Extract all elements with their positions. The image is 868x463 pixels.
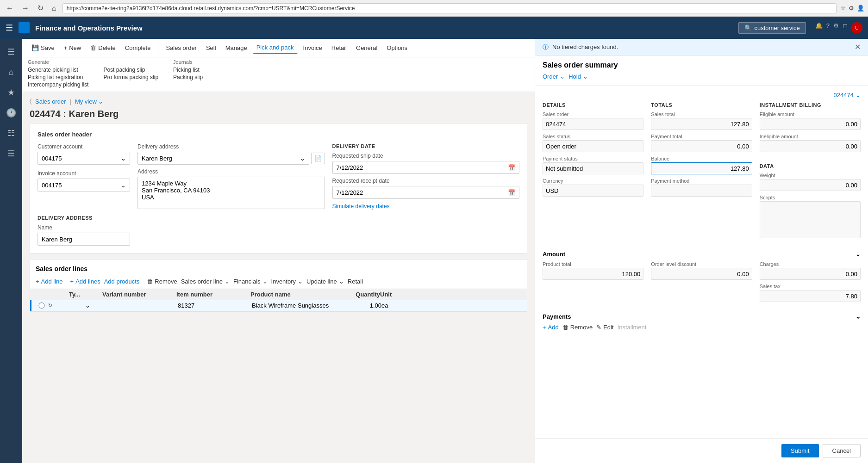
invoice-tab[interactable]: Invoice	[300, 43, 326, 53]
sell-tab[interactable]: Sell	[202, 43, 220, 53]
my-view-dropdown[interactable]: My view ⌄	[75, 98, 104, 105]
generate-group-label: Generate	[28, 59, 88, 65]
amount-header[interactable]: Amount ⌄	[543, 251, 861, 258]
payment-total-label: Payment total	[651, 134, 752, 139]
col-variant	[84, 291, 102, 298]
add-lines-button[interactable]: + Add lines	[70, 278, 100, 285]
receipt-date-calendar-icon: 📅	[508, 189, 515, 196]
pick-and-pack-tab[interactable]: Pick and pack	[253, 42, 298, 54]
edit-payment-button[interactable]: ✎ Edit	[596, 324, 613, 331]
filter-icon[interactable]: 〈	[30, 98, 31, 105]
sales-order-filter-link[interactable]: Sales order	[35, 98, 66, 105]
order-num-collapse-icon[interactable]: ⌄	[856, 92, 861, 99]
app-logo	[19, 22, 30, 33]
hamburger-icon[interactable]: ☰	[6, 23, 13, 33]
refresh-button[interactable]: ↻	[35, 3, 46, 13]
home-button[interactable]: ⌂	[50, 3, 59, 13]
add-products-button[interactable]: Add products	[104, 278, 140, 285]
row-select-radio[interactable]	[35, 302, 48, 309]
my-view-chevron-icon: ⌄	[98, 98, 103, 105]
invoice-account-select[interactable]: 004175 ⌄	[37, 179, 130, 191]
add-line-icon: +	[36, 278, 39, 285]
search-box[interactable]: 🔍 customer service	[738, 22, 806, 34]
remove-payment-button[interactable]: 🗑 Remove	[562, 324, 593, 331]
generate-group: Generate Generate picking list Picking l…	[28, 59, 88, 88]
manage-tab[interactable]: Manage	[222, 43, 251, 53]
delivery-address-select[interactable]: Karen Berg ⌄	[137, 152, 309, 165]
info-icon: ⓘ	[543, 43, 549, 51]
ineligible-amount-value	[760, 140, 861, 152]
payments-title: Payments	[543, 313, 571, 320]
sales-order-value[interactable]	[543, 118, 643, 130]
general-tab[interactable]: General	[352, 43, 381, 53]
options-tab[interactable]: Options	[383, 43, 411, 53]
fullscreen-icon[interactable]: ◻	[843, 22, 848, 33]
panel-close-button[interactable]: ✕	[855, 43, 861, 51]
add-line-button[interactable]: + Add line	[36, 278, 63, 285]
ship-date-calendar-icon: 📅	[508, 164, 515, 171]
sidebar-home-icon[interactable]: ⌂	[2, 63, 20, 81]
edit-payment-icon: ✎	[596, 324, 601, 331]
filter-separator: |	[69, 98, 71, 105]
submit-button[interactable]: Submit	[781, 444, 818, 457]
back-button[interactable]: ←	[4, 3, 16, 13]
profile-icon[interactable]: U	[851, 22, 862, 33]
financials-button[interactable]: Financials ⌄	[233, 278, 268, 285]
currency-value[interactable]	[543, 185, 643, 197]
charges-field: Charges	[760, 261, 861, 280]
post-packing-slip-link[interactable]: Post packing slip	[103, 67, 158, 73]
delivery-name-input[interactable]	[37, 233, 130, 246]
picking-list-registration-link[interactable]: Picking list registration	[28, 74, 88, 80]
picking-list-journal-link[interactable]: Picking list	[173, 67, 203, 73]
inventory-button[interactable]: Inventory ⌄	[271, 278, 303, 285]
payments-header[interactable]: Payments ⌄	[543, 313, 861, 320]
sidebar-recent-icon[interactable]: 🕐	[2, 104, 20, 122]
order-dropdown-button[interactable]: Order ⌄	[543, 73, 565, 80]
requested-ship-date[interactable]: 7/12/2022 📅	[332, 161, 520, 174]
row-expand-icon[interactable]: ⌄	[85, 302, 104, 309]
scripts-textarea[interactable]	[760, 201, 861, 238]
cancel-button[interactable]: Cancel	[823, 444, 861, 457]
pro-forma-packing-slip-link[interactable]: Pro forma packing slip	[103, 74, 158, 80]
lines-retail-button[interactable]: Retail	[348, 278, 363, 285]
packing-group: Post packing slip Pro forma packing slip	[103, 59, 158, 88]
notification-icon[interactable]: 🔔	[815, 22, 823, 33]
save-button[interactable]: 💾 Save	[28, 43, 58, 53]
settings-icon[interactable]: ⚙	[833, 22, 839, 33]
sidebar-workspaces-icon[interactable]: ☷	[2, 124, 20, 142]
requested-receipt-label: Requested receipt date	[332, 178, 520, 184]
delivery-address-edit-button[interactable]: 📄	[311, 153, 325, 164]
simulate-delivery-link[interactable]: Simulate delivery dates	[332, 203, 390, 210]
notification-text: No tiered charges found.	[552, 43, 618, 50]
update-line-button[interactable]: Update line ⌄	[306, 278, 344, 285]
data-title: DATA	[760, 163, 861, 169]
sales-order-line-button[interactable]: Sales order line ⌄	[181, 278, 230, 285]
sales-order-tab[interactable]: Sales order	[162, 43, 200, 53]
amount-collapse-icon: ⌄	[856, 251, 861, 258]
right-col-amount: Charges Sales tax	[760, 261, 861, 306]
packing-group-items: Post packing slip Pro forma packing slip	[103, 67, 158, 80]
settings-icon: ⚙	[849, 5, 854, 12]
sidebar-list-icon[interactable]: ☰	[2, 144, 20, 163]
packing-slip-journal-link[interactable]: Packing slip	[173, 74, 203, 80]
remove-line-button[interactable]: 🗑 Remove	[147, 278, 177, 285]
table-row[interactable]: ↻ ⌄ 81327 Black Wireframe Sunglasses 1.0…	[30, 300, 527, 311]
requested-receipt-date[interactable]: 7/12/2022 📅	[332, 186, 520, 199]
add-payment-button[interactable]: + Add	[543, 324, 559, 331]
customer-account-select[interactable]: 004175 ⌄	[37, 152, 130, 165]
balance-label: Balance	[651, 156, 752, 161]
new-button[interactable]: + New	[60, 43, 85, 53]
help-icon[interactable]: ?	[826, 22, 830, 33]
hold-dropdown-button[interactable]: Hold ⌄	[568, 73, 588, 80]
generate-picking-list-link[interactable]: Generate picking list	[28, 67, 88, 73]
complete-button[interactable]: Complete	[121, 43, 155, 53]
forward-button[interactable]: →	[19, 3, 31, 13]
retail-tab[interactable]: Retail	[328, 43, 350, 53]
intercompany-picking-list-link[interactable]: Intercompany picking list	[28, 81, 88, 88]
sidebar-favorites-icon[interactable]: ★	[2, 83, 20, 102]
sidebar-menu-icon[interactable]: ☰	[2, 43, 20, 61]
weight-value	[760, 179, 861, 191]
url-bar[interactable]	[62, 3, 837, 13]
delete-button[interactable]: 🗑 Delete	[87, 43, 119, 53]
payment-method-value[interactable]	[651, 185, 752, 197]
